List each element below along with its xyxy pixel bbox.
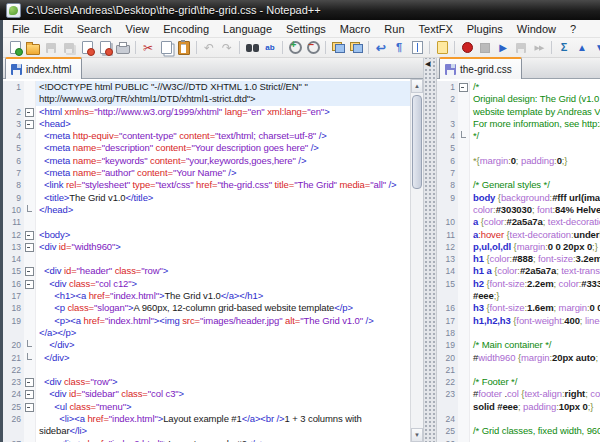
line-number: 27 [3, 438, 24, 442]
code-line: 24 [437, 413, 600, 425]
code-line: 26 <li><a href="index.html">Layout examp… [3, 413, 410, 425]
menu-window[interactable]: Window [510, 22, 563, 36]
fold-box-marker[interactable] [24, 241, 36, 253]
code-text: /* Footer */ [470, 376, 600, 388]
menu-help[interactable]: ? [563, 22, 583, 36]
line-number: 23 [437, 388, 458, 400]
word-wrap-button[interactable] [372, 39, 390, 56]
menu-plugins[interactable]: Plugins [460, 22, 510, 36]
code-line: 1<!DOCTYPE html PUBLIC "-//W3C//DTD XHTM… [3, 81, 410, 93]
fold-box-marker[interactable] [24, 106, 36, 118]
menu-file[interactable]: File [5, 22, 37, 36]
fold-margin [458, 278, 470, 290]
fold-box-marker[interactable] [24, 388, 36, 400]
code-text: <meta http-equiv="content-type" content=… [36, 130, 410, 142]
macro-record-button[interactable] [458, 39, 476, 56]
show-all-characters-button[interactable] [390, 39, 408, 56]
code-line: 18 <p class="slogan">A 960px, 12-column … [3, 302, 410, 314]
copy-button[interactable] [157, 39, 175, 56]
code-text [470, 364, 600, 376]
close-file-button[interactable] [78, 39, 96, 56]
splitter-collapse-icon[interactable]: ◀ [425, 60, 430, 68]
paste-button[interactable] [175, 39, 193, 56]
save-all-button[interactable] [60, 39, 78, 56]
save-file-button[interactable] [42, 39, 60, 56]
fold-box-marker[interactable] [458, 81, 470, 93]
fold-margin [458, 438, 470, 442]
toolbar-separator [239, 41, 240, 54]
fold-box-marker[interactable] [24, 229, 36, 241]
window-frame: FileEditSearchViewEncodingLanguageSettin… [0, 20, 600, 442]
fold-box-marker[interactable] [24, 278, 36, 290]
scroll-down-arrow-icon[interactable]: ▼ [411, 428, 423, 442]
code-text: <div id="width960"> [36, 241, 410, 253]
line-number: 26 [3, 413, 24, 425]
macro-play-button[interactable] [494, 39, 512, 56]
editor-the-grid-css[interactable]: 1/*2Original design: The Grid (v1.0 - Sw… [437, 79, 600, 442]
plugin-move-down-button[interactable] [591, 39, 600, 56]
macro-run-multiple-button[interactable] [530, 39, 548, 56]
menu-macro[interactable]: Macro [333, 22, 378, 36]
line-number: 11 [437, 229, 458, 241]
redo-button[interactable] [218, 39, 236, 56]
fold-tail-marker [24, 352, 36, 364]
menu-language[interactable]: Language [216, 22, 279, 36]
tab-index-html[interactable]: index.html [5, 57, 82, 79]
scroll-up-arrow-icon[interactable]: ▲ [411, 79, 423, 93]
tab-label: the-grid.css [460, 64, 512, 75]
scrollbar-thumb[interactable] [412, 95, 422, 189]
tab-bar-right: the-grid.css [437, 58, 600, 79]
line-number: 21 [437, 364, 458, 376]
fold-box-marker[interactable] [24, 265, 36, 277]
code-line: sidebar</li> [3, 425, 410, 437]
fold-box-marker[interactable] [24, 401, 36, 413]
code-text [470, 167, 600, 179]
plugin-move-up-button[interactable] [573, 39, 591, 56]
find-button[interactable] [243, 39, 261, 56]
close-all-button[interactable] [96, 39, 114, 56]
sync-scroll-vertical-button[interactable] [329, 39, 347, 56]
replace-button[interactable] [261, 39, 279, 56]
menu-run[interactable]: Run [377, 22, 411, 36]
code-text: <head> [36, 118, 410, 130]
fold-margin [458, 167, 470, 179]
code-area-left[interactable]: 1<!DOCTYPE html PUBLIC "-//W3C//DTD XHTM… [3, 79, 410, 442]
left-vertical-scrollbar[interactable]: ▲ ▼ [410, 79, 423, 442]
undo-button[interactable] [200, 39, 218, 56]
code-area-right[interactable]: 1/*2Original design: The Grid (v1.0 - Sw… [437, 79, 600, 442]
editor-pane-left: index.html 1<!DOCTYPE html PUBLIC "-//W3… [3, 58, 423, 442]
fold-margin [24, 192, 36, 204]
editor-index-html[interactable]: 1<!DOCTYPE html PUBLIC "-//W3C//DTD XHTM… [3, 79, 423, 442]
indent-guide-button[interactable] [408, 39, 426, 56]
fold-box-marker[interactable] [24, 376, 36, 388]
menu-settings[interactable]: Settings [279, 22, 333, 36]
tab-the-grid-css[interactable]: the-grid.css [439, 57, 522, 79]
plugin-move-down-icon [595, 43, 600, 53]
menu-edit[interactable]: Edit [37, 22, 70, 36]
macro-stop-button[interactable] [476, 39, 494, 56]
menu-textfx[interactable]: TextFX [412, 22, 460, 36]
cut-button[interactable] [139, 39, 157, 56]
menu-view[interactable]: View [119, 22, 157, 36]
new-file-button[interactable] [6, 39, 24, 56]
zoom-in-button[interactable] [286, 39, 304, 56]
open-file-button[interactable] [24, 39, 42, 56]
user-defined-dialog-button[interactable] [433, 39, 451, 56]
code-text: */ [470, 130, 600, 142]
title-bar[interactable]: C:\Users\Andreas\Desktop\the-grid\the-gr… [0, 0, 600, 20]
macro-save-button[interactable] [512, 39, 530, 56]
fold-tail-marker [458, 130, 470, 142]
fold-box-marker[interactable] [24, 118, 36, 130]
print-button[interactable] [114, 39, 132, 56]
code-line: 3For more information, see http://a [437, 118, 600, 130]
plugin-sort-ascending-button[interactable] [555, 39, 573, 56]
menu-encoding[interactable]: Encoding [156, 22, 216, 36]
code-text: body {background:#fff url(images [470, 192, 600, 204]
pane-splitter[interactable]: ◀ [423, 58, 437, 442]
code-text: <h1><a href="index.html">The Grid v1.0</… [36, 290, 410, 302]
sync-scroll-horizontal-button[interactable] [347, 39, 365, 56]
code-line: 26 [437, 438, 600, 442]
notepad-plus-plus-icon [6, 3, 21, 18]
zoom-out-button[interactable] [304, 39, 322, 56]
menu-search[interactable]: Search [70, 22, 119, 36]
